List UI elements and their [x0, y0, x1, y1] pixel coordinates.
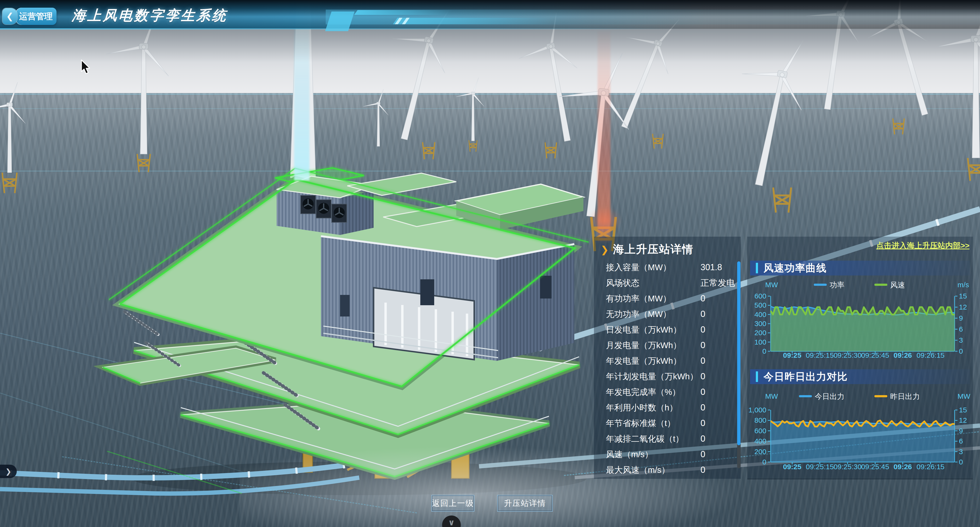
detail-row-value: 0 — [700, 322, 705, 337]
back-button[interactable]: ❮ — [2, 8, 17, 24]
substation-detail-panel: ❯海上升压站详情 接入容量（MW） 301.8 风场状态 正常发电 有功功率（M… — [594, 236, 741, 479]
svg-text:今日出力: 今日出力 — [815, 392, 845, 401]
svg-text:09:26: 09:26 — [894, 351, 912, 359]
svg-text:09:25:15: 09:25:15 — [806, 463, 834, 471]
svg-text:0: 0 — [959, 458, 963, 466]
detail-row-value: 0 — [700, 369, 705, 384]
chevron-down-icon: ∨ — [448, 516, 455, 527]
svg-text:800: 800 — [754, 416, 766, 424]
detail-scrollbar[interactable] — [737, 261, 740, 468]
detail-row-value: 0 — [700, 415, 705, 431]
detail-row: 年发电量（万kWh） 0 — [594, 353, 741, 369]
mouse-cursor — [79, 59, 96, 76]
svg-text:9: 9 — [959, 427, 963, 435]
svg-text:100: 100 — [754, 338, 766, 346]
svg-text:09:25:30: 09:25:30 — [834, 351, 862, 359]
svg-text:1,000: 1,000 — [748, 406, 766, 414]
detail-row-value: 0 — [700, 384, 705, 400]
detail-row-value: 301.8 — [700, 259, 722, 275]
detail-row-label: 年发电完成率（%） — [606, 384, 680, 400]
svg-text:09:26:15: 09:26:15 — [916, 463, 945, 471]
return-previous-level-button[interactable]: 返回上一级 — [431, 495, 474, 512]
svg-text:09:25:45: 09:25:45 — [861, 351, 889, 359]
svg-text:09:25:30: 09:25:30 — [834, 463, 862, 471]
ops-management-label: 运营管理 — [19, 11, 52, 22]
svg-text:09:25: 09:25 — [783, 351, 801, 359]
svg-text:12: 12 — [959, 303, 967, 311]
detail-row-label: 年节省标准煤（t） — [606, 415, 675, 431]
wind-power-chart-title: 风速功率曲线 — [764, 260, 827, 275]
detail-row-label: 月发电量（万kWh） — [606, 337, 681, 353]
detail-row: 年减排二氧化碳（t） 0 — [594, 431, 741, 446]
svg-text:0: 0 — [762, 458, 766, 466]
detail-row: 年发电完成率（%） 0 — [594, 384, 741, 400]
svg-text:m/s: m/s — [958, 281, 969, 289]
detail-row-value: 0 — [700, 431, 705, 446]
svg-text:6: 6 — [959, 437, 963, 445]
detail-row: 年节省标准煤（t） 0 — [594, 415, 741, 431]
svg-text:3: 3 — [959, 336, 963, 344]
output-compare-chart-title: 今日昨日出力对比 — [764, 369, 848, 384]
detail-row-label: 风速（m/s） — [606, 446, 653, 462]
svg-text:300: 300 — [754, 319, 766, 327]
svg-text:500: 500 — [754, 301, 766, 309]
svg-text:12: 12 — [959, 416, 967, 424]
svg-text:09:26: 09:26 — [894, 463, 912, 471]
svg-text:6: 6 — [959, 325, 963, 333]
detail-row-label: 有功功率（MW） — [606, 291, 671, 306]
svg-text:风速: 风速 — [890, 281, 905, 289]
detail-row-label: 年减排二氧化碳（t） — [606, 431, 684, 446]
svg-text:400: 400 — [754, 437, 766, 445]
svg-text:09:25:45: 09:25:45 — [861, 463, 889, 471]
detail-row-label: 接入容量（MW） — [606, 259, 671, 275]
detail-row-label: 年发电量（万kWh） — [606, 353, 681, 369]
detail-row-value: 0 — [700, 337, 705, 353]
page-title: 海上风电数字孪生系统 — [72, 7, 228, 24]
substation-detail-button[interactable]: 升压站详情 — [497, 495, 553, 512]
detail-row-value: 0 — [700, 306, 705, 322]
svg-text:09:25: 09:25 — [783, 463, 801, 471]
enter-substation-link[interactable]: 点击进入海上升压站内部>> — [876, 241, 969, 251]
detail-row: 年计划发电量（万kWh） 0 — [594, 369, 741, 384]
title-accent-bar — [756, 263, 758, 273]
detail-row: 日发电量（万kWh） 0 — [594, 322, 741, 337]
detail-row-label: 风场状态 — [606, 275, 640, 291]
detail-row: 风场状态 正常发电 — [594, 275, 741, 291]
app-root: ❮ 运营管理 海上风电数字孪生系统 ❯海上升压站详情 接入容量（MW） 301.… — [0, 0, 980, 527]
svg-text:MW: MW — [765, 281, 778, 289]
detail-row-value: 0 — [700, 400, 705, 415]
svg-text:600: 600 — [754, 427, 766, 435]
wind-power-curve-chart: 01002003004005006000369121509:2509:25:15… — [747, 275, 973, 369]
detail-row: 接入容量（MW） 301.8 — [594, 259, 741, 275]
svg-text:200: 200 — [754, 329, 766, 337]
detail-row: 月发电量（万kWh） 0 — [594, 337, 741, 353]
detail-row: 最大风速（m/s） 0 — [594, 462, 741, 477]
svg-text:0: 0 — [762, 347, 766, 355]
drawer-toggle[interactable]: ❯ — [0, 465, 17, 478]
output-compare-chart-title-bar: 今日昨日出力对比 — [750, 369, 970, 384]
charts-panel: 点击进入海上升压站内部>> 风速功率曲线 0100200300400500600… — [747, 236, 973, 479]
detail-row-value: 0 — [700, 462, 705, 477]
wind-power-chart-title-bar: 风速功率曲线 — [750, 260, 970, 275]
svg-text:09:25:15: 09:25:15 — [806, 351, 834, 359]
detail-row-label: 最大风速（m/s） — [606, 462, 670, 477]
header-deco-stripe — [354, 10, 453, 15]
svg-text:MW: MW — [958, 392, 970, 400]
detail-row: 风速（m/s） 0 — [594, 446, 741, 462]
svg-text:MW: MW — [765, 392, 778, 400]
svg-text:600: 600 — [754, 292, 766, 300]
detail-row-value: 0 — [700, 353, 705, 369]
svg-text:200: 200 — [754, 448, 766, 455]
header-deco-stripe — [393, 18, 555, 24]
detail-row-label: 年计划发电量（万kWh） — [606, 369, 698, 384]
detail-scrollbar-thumb[interactable] — [737, 261, 740, 445]
svg-text:400: 400 — [754, 310, 766, 318]
detail-row: 有功功率（MW） 0 — [594, 291, 741, 306]
alarm-beam-glow — [588, 206, 622, 235]
svg-text:功率: 功率 — [830, 281, 845, 289]
chevron-right-icon: ❯ — [5, 467, 11, 476]
ops-management-button[interactable]: 运营管理 — [15, 8, 57, 25]
svg-text:9: 9 — [959, 314, 963, 322]
detail-rows: 接入容量（MW） 301.8 风场状态 正常发电 有功功率（MW） 0 无功功率… — [594, 259, 741, 479]
detail-row-value: 0 — [700, 291, 705, 306]
